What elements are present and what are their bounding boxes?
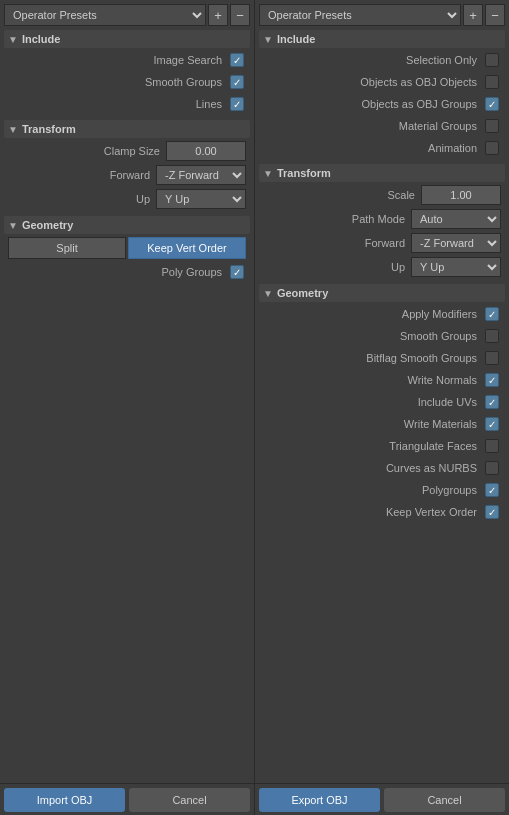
- right-transform-section: ▼ Transform Scale Path Mode Auto Forward: [259, 164, 505, 280]
- left-image-search-checkbox[interactable]: [230, 53, 244, 67]
- right-selection-only-control: [483, 51, 501, 69]
- left-lines-checkbox[interactable]: [230, 97, 244, 111]
- left-poly-groups-label: Poly Groups: [8, 266, 228, 278]
- right-up-row: Up Y Up: [259, 256, 505, 278]
- right-curves-nurbs-row: Curves as NURBS: [259, 458, 505, 478]
- right-animation-checkbox[interactable]: [485, 141, 499, 155]
- right-apply-modifiers-label: Apply Modifiers: [263, 308, 483, 320]
- left-image-search-control: [228, 51, 246, 69]
- left-lines-row: Lines: [4, 94, 250, 114]
- right-material-groups-row: Material Groups: [259, 116, 505, 136]
- left-forward-row: Forward -Z Forward: [4, 164, 250, 186]
- left-cancel-button[interactable]: Cancel: [129, 788, 250, 812]
- right-forward-label: Forward: [263, 237, 411, 249]
- left-smooth-groups-checkbox[interactable]: [230, 75, 244, 89]
- right-bitflag-row: Bitflag Smooth Groups: [259, 348, 505, 368]
- right-transform-header[interactable]: ▼ Transform: [259, 164, 505, 182]
- left-image-search-label: Image Search: [8, 54, 228, 66]
- right-forward-select[interactable]: -Z Forward: [411, 233, 501, 253]
- left-transform-header[interactable]: ▼ Transform: [4, 120, 250, 138]
- right-triangulate-checkbox[interactable]: [485, 439, 499, 453]
- left-presets-row: Operator Presets + −: [4, 4, 250, 26]
- right-apply-modifiers-checkbox[interactable]: [485, 307, 499, 321]
- left-smooth-groups-control: [228, 73, 246, 91]
- left-include-arrow: ▼: [8, 34, 18, 45]
- left-clamp-size-row: Clamp Size: [4, 140, 250, 162]
- left-clamp-size-input[interactable]: [166, 141, 246, 161]
- right-polygroups-checkbox[interactable]: [485, 483, 499, 497]
- right-geometry-arrow: ▼: [263, 288, 273, 299]
- left-geometry-arrow: ▼: [8, 220, 18, 231]
- right-animation-cb-wrap: [483, 139, 501, 157]
- right-triangulate-label: Triangulate Faces: [263, 440, 483, 452]
- right-up-control: Y Up: [411, 257, 501, 277]
- right-write-normals-checkbox[interactable]: [485, 373, 499, 387]
- left-geometry-header[interactable]: ▼ Geometry: [4, 216, 250, 234]
- right-scale-row: Scale: [259, 184, 505, 206]
- right-obj-groups-label: Objects as OBJ Groups: [263, 98, 483, 110]
- right-material-groups-checkbox[interactable]: [485, 119, 499, 133]
- right-keep-vertex-checkbox[interactable]: [485, 505, 499, 519]
- right-geometry-title: Geometry: [277, 287, 328, 299]
- left-geometry-title: Geometry: [22, 219, 73, 231]
- right-presets-remove[interactable]: −: [485, 4, 505, 26]
- right-scale-input[interactable]: [421, 185, 501, 205]
- right-path-mode-label: Path Mode: [263, 213, 411, 225]
- right-smooth-groups-label: Smooth Groups: [263, 330, 483, 342]
- right-forward-control: -Z Forward: [411, 233, 501, 253]
- right-include-uvs-checkbox[interactable]: [485, 395, 499, 409]
- right-write-normals-label: Write Normals: [263, 374, 483, 386]
- left-lines-label: Lines: [8, 98, 228, 110]
- right-scale-control: [421, 185, 501, 205]
- left-forward-select[interactable]: -Z Forward: [156, 165, 246, 185]
- right-presets-select[interactable]: Operator Presets: [259, 4, 461, 26]
- left-poly-groups-cb-wrap: [228, 263, 246, 281]
- left-geometry-section: ▼ Geometry Split Keep Vert Order Poly Gr…: [4, 216, 250, 284]
- export-panel: Operator Presets + − ▼ Include Selection…: [255, 0, 509, 783]
- right-geometry-header[interactable]: ▼ Geometry: [259, 284, 505, 302]
- right-smooth-groups-checkbox[interactable]: [485, 329, 499, 343]
- export-obj-button[interactable]: Export OBJ: [259, 788, 380, 812]
- left-presets-select[interactable]: Operator Presets: [4, 4, 206, 26]
- right-selection-only-checkbox[interactable]: [485, 53, 499, 67]
- right-write-normals-row: Write Normals: [259, 370, 505, 390]
- left-up-select[interactable]: Y Up: [156, 189, 246, 209]
- left-keep-vert-btn[interactable]: Keep Vert Order: [128, 237, 246, 259]
- left-transform-section: ▼ Transform Clamp Size Forward -Z Forwar…: [4, 120, 250, 212]
- right-geometry-section: ▼ Geometry Apply Modifiers Smooth Groups…: [259, 284, 505, 524]
- right-scale-label: Scale: [263, 189, 421, 201]
- left-bottom-panel: Import OBJ Cancel: [0, 784, 255, 815]
- import-obj-button[interactable]: Import OBJ: [4, 788, 125, 812]
- left-presets-remove[interactable]: −: [230, 4, 250, 26]
- left-smooth-groups-row: Smooth Groups: [4, 72, 250, 92]
- left-include-section: ▼ Include Image Search Smooth Groups: [4, 30, 250, 116]
- right-obj-groups-cb-wrap: [483, 95, 501, 113]
- left-smooth-groups-label: Smooth Groups: [8, 76, 228, 88]
- right-write-materials-label: Write Materials: [263, 418, 483, 430]
- left-forward-label: Forward: [8, 169, 156, 181]
- right-include-section: ▼ Include Selection Only Objects as OBJ …: [259, 30, 505, 160]
- left-transform-arrow: ▼: [8, 124, 18, 135]
- right-animation-row: Animation: [259, 138, 505, 158]
- right-obj-groups-checkbox[interactable]: [485, 97, 499, 111]
- left-transform-title: Transform: [22, 123, 76, 135]
- right-presets-add[interactable]: +: [463, 4, 483, 26]
- right-obj-objects-checkbox[interactable]: [485, 75, 499, 89]
- left-poly-groups-checkbox[interactable]: [230, 265, 244, 279]
- right-curves-nurbs-checkbox[interactable]: [485, 461, 499, 475]
- right-path-mode-control: Auto: [411, 209, 501, 229]
- right-path-mode-select[interactable]: Auto: [411, 209, 501, 229]
- right-up-select[interactable]: Y Up: [411, 257, 501, 277]
- right-write-materials-checkbox[interactable]: [485, 417, 499, 431]
- left-include-header[interactable]: ▼ Include: [4, 30, 250, 48]
- left-split-btn[interactable]: Split: [8, 237, 126, 259]
- right-transform-title: Transform: [277, 167, 331, 179]
- right-cancel-button[interactable]: Cancel: [384, 788, 505, 812]
- left-presets-add[interactable]: +: [208, 4, 228, 26]
- right-bitflag-checkbox[interactable]: [485, 351, 499, 365]
- right-bottom-panel: Export OBJ Cancel: [255, 784, 509, 815]
- right-include-header[interactable]: ▼ Include: [259, 30, 505, 48]
- right-triangulate-row: Triangulate Faces: [259, 436, 505, 456]
- right-material-groups-cb-wrap: [483, 117, 501, 135]
- left-smooth-groups-cb-wrap: [228, 73, 246, 91]
